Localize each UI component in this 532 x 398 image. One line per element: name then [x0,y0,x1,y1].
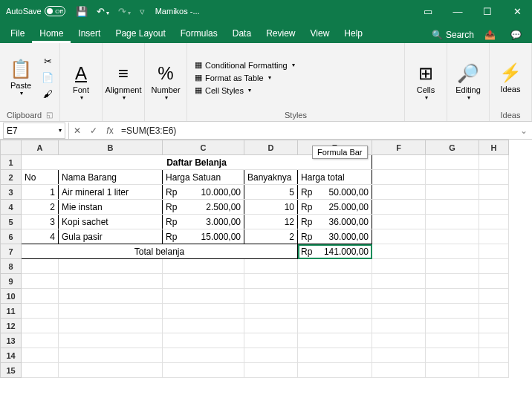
cell[interactable] [244,304,298,319]
cell[interactable] [426,319,479,333]
cell[interactable]: Gula pasir [59,229,163,244]
cut-icon[interactable]: ✂ [40,54,55,69]
number-button[interactable]: % Number▾ [149,56,182,108]
cell[interactable] [244,363,298,378]
cell[interactable]: 4 [22,229,59,244]
select-all-corner[interactable] [1,140,22,155]
cell[interactable] [59,274,163,289]
row-header[interactable]: 13 [1,333,22,348]
tab-home[interactable]: Home [32,24,71,43]
cell[interactable] [298,289,372,304]
cell[interactable] [298,333,372,348]
cell[interactable]: Rp3.000,00 [163,215,244,229]
cell[interactable] [163,259,244,274]
cell[interactable] [244,274,298,289]
row-header[interactable]: 10 [1,289,22,304]
cell[interactable] [426,185,479,200]
cell[interactable] [372,304,426,319]
cell[interactable]: 5 [244,185,298,200]
editing-button[interactable]: 🔎 Editing▾ [452,56,484,108]
cell[interactable] [426,304,479,319]
maximize-button[interactable]: ☐ [473,0,502,22]
row-header[interactable]: 5 [1,215,22,229]
cell[interactable] [372,333,426,348]
qat-more-icon[interactable]: ▿ [135,6,149,17]
row-header[interactable]: 4 [1,200,22,215]
cell[interactable] [372,155,426,170]
cell[interactable] [426,259,479,274]
cell[interactable] [426,155,479,170]
cell[interactable] [244,348,298,363]
alignment-button[interactable]: ≡ Alignment▾ [107,56,140,108]
cell[interactable]: 10 [244,200,298,215]
cell[interactable]: 2 [244,229,298,244]
cell[interactable] [22,319,59,333]
cell-header-harga[interactable]: Harga Satuan [163,170,244,185]
col-header-g[interactable]: G [426,140,479,155]
cells-button[interactable]: ⊞ Cells▾ [409,56,442,108]
cell[interactable] [372,200,426,215]
cell[interactable]: Rp25.000,00 [298,200,372,215]
cell[interactable] [372,259,426,274]
cell-selected[interactable]: Rp141.000,00 [298,244,372,259]
search-box[interactable]: 🔍 Search [432,30,474,40]
cell[interactable] [244,319,298,333]
cell[interactable] [298,363,372,378]
cell[interactable] [298,259,372,274]
cell[interactable] [479,348,509,363]
cell[interactable] [298,304,372,319]
fx-icon[interactable]: fx [102,125,118,136]
cancel-formula-icon[interactable]: ✕ [69,125,85,136]
cell[interactable] [479,244,509,259]
cell[interactable] [426,200,479,215]
cell-total-label[interactable]: Total belanja [22,244,298,259]
cell[interactable] [372,185,426,200]
col-header-b[interactable]: B [59,140,163,155]
row-header[interactable]: 11 [1,304,22,319]
cell[interactable] [372,274,426,289]
cell[interactable] [426,244,479,259]
cell[interactable] [479,155,509,170]
cell[interactable] [372,170,426,185]
cell[interactable] [22,348,59,363]
cell[interactable] [479,363,509,378]
cell[interactable] [244,289,298,304]
cell[interactable] [163,289,244,304]
cell[interactable] [426,348,479,363]
cell[interactable]: Rp10.000,00 [163,185,244,200]
cell-header-banyak[interactable]: Banyaknya [244,170,298,185]
cell[interactable]: Kopi sachet [59,215,163,229]
ideas-button[interactable]: ⚡ Ideas [494,52,527,104]
cell[interactable] [479,259,509,274]
row-header[interactable]: 2 [1,170,22,185]
row-header[interactable]: 1 [1,155,22,170]
cell[interactable] [59,319,163,333]
cell[interactable] [426,289,479,304]
undo-icon[interactable]: ↶▾ [92,6,114,17]
cell[interactable]: Rp15.000,00 [163,229,244,244]
cell[interactable] [479,215,509,229]
cell-styles-button[interactable]: ▦Cell Styles▾ [195,85,295,95]
tab-review[interactable]: Review [259,24,302,43]
tab-file[interactable]: File [3,24,32,43]
cell[interactable] [22,333,59,348]
cell[interactable] [59,348,163,363]
row-header[interactable]: 7 [1,244,22,259]
cell[interactable] [22,289,59,304]
share-icon[interactable]: 📤 [480,27,500,43]
cell[interactable]: 2 [22,200,59,215]
col-header-h[interactable]: H [479,140,509,155]
cell[interactable]: 12 [244,215,298,229]
cell[interactable] [426,229,479,244]
autosave-toggle[interactable]: AutoSave Off [0,6,71,16]
cell[interactable]: Rp50.000,00 [298,185,372,200]
formula-input[interactable] [118,125,516,136]
row-header[interactable]: 8 [1,259,22,274]
format-painter-icon[interactable]: 🖌 [40,87,55,102]
cell[interactable] [372,215,426,229]
enter-formula-icon[interactable]: ✓ [85,125,102,136]
cell[interactable] [479,333,509,348]
row-header[interactable]: 9 [1,274,22,289]
cell[interactable] [479,289,509,304]
tab-insert[interactable]: Insert [71,24,108,43]
